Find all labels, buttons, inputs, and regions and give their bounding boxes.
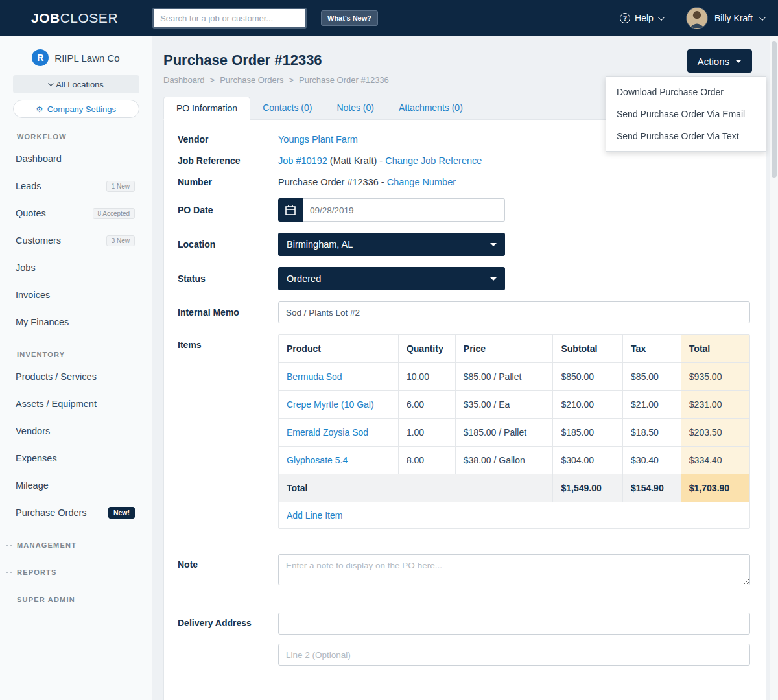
- tax-cell: $85.00: [623, 363, 681, 391]
- product-link[interactable]: Bermuda Sod: [287, 371, 342, 382]
- sidebar-item-products-services[interactable]: Products / Services: [0, 363, 152, 390]
- status-select[interactable]: Ordered: [278, 267, 505, 290]
- section-label: INVENTORY: [17, 351, 65, 358]
- quotes-badge: 8 Accepted: [93, 208, 135, 219]
- sidebar-item-assets-equipment[interactable]: Assets / Equipment: [0, 390, 152, 417]
- column-header-product: Product: [279, 335, 398, 363]
- sidebar-section-management[interactable]: MANAGEMENT: [0, 537, 152, 554]
- location-label: Location: [178, 239, 278, 250]
- sidebar-item-leads[interactable]: Leads 1 New: [0, 172, 152, 200]
- job-reference-customer: (Matt Kraft) -: [330, 156, 383, 166]
- help-menu[interactable]: ? Help: [620, 13, 663, 23]
- tab-notes[interactable]: Notes (0): [324, 97, 386, 119]
- internal-memo-input[interactable]: [278, 301, 750, 323]
- breadcrumb-dashboard[interactable]: Dashboard: [163, 75, 205, 85]
- sidebar-item-customers[interactable]: Customers 3 New: [0, 227, 152, 254]
- breadcrumb-purchase-orders[interactable]: Purchase Orders: [220, 75, 283, 85]
- calendar-button[interactable]: [278, 198, 303, 222]
- column-header-price: Price: [455, 335, 553, 363]
- menu-item-download-po[interactable]: Download Purchase Order: [606, 81, 766, 103]
- actions-button[interactable]: Actions: [687, 49, 752, 73]
- scrollbar-thumb[interactable]: [772, 41, 777, 178]
- menu-item-send-po-email[interactable]: Send Purchase Order Via Email: [606, 103, 766, 125]
- location-select[interactable]: Birmingham, AL: [278, 233, 505, 256]
- sidebar-item-invoices[interactable]: Invoices: [0, 281, 152, 309]
- delivery-address-line1-input[interactable]: [278, 612, 750, 635]
- company-settings-label: Company Settings: [47, 104, 116, 114]
- po-date-input[interactable]: [303, 198, 505, 222]
- top-bar: JOBCLOSER What's New? ? Help Billy Kraft: [0, 0, 778, 36]
- actions-area: Actions Download Purchase Order Send Pur…: [687, 49, 752, 73]
- table-row: Emerald Zoysia Sod 1.00 $185.00 / Pallet…: [279, 419, 749, 447]
- sidebar-item-label: Products / Services: [16, 371, 97, 382]
- items-row: Items Product Quantity Price Subtotal: [178, 334, 750, 529]
- all-locations-dropdown[interactable]: All Locations: [13, 75, 139, 93]
- sidebar-item-mileage[interactable]: Mileage: [0, 472, 152, 499]
- sidebar-item-label: Expenses: [16, 453, 57, 463]
- purchase-orders-new-badge: New!: [108, 507, 135, 519]
- chevron-down-icon[interactable]: [759, 14, 766, 21]
- column-header-total: Total: [681, 335, 749, 363]
- sidebar-item-expenses[interactable]: Expenses: [0, 445, 152, 472]
- change-job-reference-link[interactable]: Change Job Reference: [385, 156, 482, 166]
- sidebar-section-reports[interactable]: REPORTS: [0, 564, 152, 581]
- table-row: Crepe Myrtle (10 Gal) 6.00 $35.00 / Ea $…: [279, 391, 749, 419]
- job-reference-row: Job Reference Job #10192 (Matt Kraft) - …: [178, 156, 750, 166]
- user-name[interactable]: Billy Kraft: [714, 13, 753, 23]
- all-locations-label: All Locations: [56, 80, 104, 89]
- sidebar-section-inventory: INVENTORY: [0, 346, 152, 363]
- actions-dropdown-menu: Download Purchase Order Send Purchase Or…: [606, 76, 766, 152]
- tab-attachments[interactable]: Attachments (0): [386, 97, 475, 119]
- section-dash-icon: [6, 600, 12, 600]
- change-number-link[interactable]: Change Number: [387, 177, 456, 187]
- job-link[interactable]: Job #10192: [278, 156, 327, 166]
- column-header-subtotal: Subtotal: [553, 335, 623, 363]
- avatar[interactable]: [686, 7, 708, 29]
- po-number-value: Purchase Order #12336 -: [278, 177, 384, 187]
- menu-item-send-po-text[interactable]: Send Purchase Order Via Text: [606, 125, 766, 147]
- product-link[interactable]: Emerald Zoysia Sod: [287, 427, 368, 438]
- product-link[interactable]: Glyphosate 5.4: [287, 455, 348, 465]
- company-header: R RIIPL Lawn Co: [0, 36, 152, 69]
- price-cell: $85.00 / Pallet: [455, 363, 553, 391]
- po-date-label: PO Date: [178, 205, 278, 215]
- tab-po-information[interactable]: PO Information: [163, 97, 250, 120]
- breadcrumb-separator: >: [210, 75, 215, 85]
- page-scrollbar[interactable]: [770, 36, 778, 700]
- location-selected-value: Birmingham, AL: [287, 239, 353, 250]
- items-box: Product Quantity Price Subtotal Tax Tota…: [278, 334, 750, 529]
- add-line-item-link[interactable]: Add Line Item: [287, 510, 342, 520]
- section-dash-icon: [6, 137, 12, 137]
- sidebar-item-purchase-orders[interactable]: Purchase Orders New!: [0, 499, 152, 526]
- note-label: Note: [178, 554, 278, 570]
- whats-new-button[interactable]: What's New?: [321, 10, 378, 26]
- quantity-cell: 6.00: [398, 391, 455, 419]
- search-input[interactable]: [152, 8, 307, 29]
- note-textarea[interactable]: [278, 554, 750, 585]
- total-row-tax: $154.90: [623, 474, 681, 502]
- price-cell: $185.00 / Pallet: [455, 419, 553, 447]
- sidebar-section-super-admin[interactable]: SUPER ADMIN: [0, 591, 152, 608]
- status-label: Status: [178, 274, 278, 284]
- section-dash-icon: [6, 355, 12, 355]
- sidebar-item-jobs[interactable]: Jobs: [0, 254, 152, 281]
- chevron-down-icon: [48, 80, 53, 86]
- column-header-tax: Tax: [623, 335, 681, 363]
- breadcrumb-separator: >: [289, 75, 294, 85]
- vendor-link[interactable]: Youngs Plant Farm: [278, 134, 358, 145]
- product-link[interactable]: Crepe Myrtle (10 Gal): [287, 399, 374, 410]
- tab-contacts[interactable]: Contacts (0): [250, 97, 324, 119]
- sidebar-item-vendors[interactable]: Vendors: [0, 417, 152, 445]
- sidebar-item-quotes[interactable]: Quotes 8 Accepted: [0, 200, 152, 227]
- sidebar-item-dashboard[interactable]: Dashboard: [0, 145, 152, 172]
- delivery-address-line2-input[interactable]: [278, 644, 750, 666]
- caret-down-icon: [735, 60, 742, 63]
- total-cell: $203.50: [681, 419, 749, 447]
- company-settings-button[interactable]: ⚙ Company Settings: [13, 100, 139, 118]
- sidebar-item-label: Quotes: [16, 208, 46, 218]
- sidebar-item-label: Dashboard: [16, 154, 62, 164]
- sidebar-item-my-finances[interactable]: My Finances: [0, 309, 152, 336]
- sidebar-item-label: Invoices: [16, 290, 50, 300]
- help-label: Help: [635, 13, 654, 23]
- number-row: Number Purchase Order #12336 - Change Nu…: [178, 177, 750, 187]
